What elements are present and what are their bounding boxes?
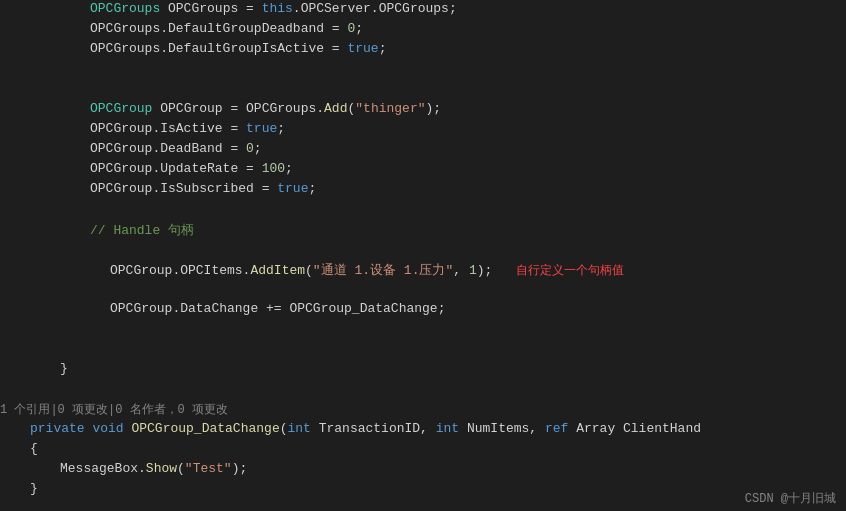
code-line: [0, 280, 846, 300]
line-content: OPCGroup.OPCItems.AddItem("通道 1.设备 1.压力"…: [0, 261, 624, 279]
line-content: }: [0, 481, 38, 496]
code-line: OPCGroup OPCGroup = OPCGroups.Add("thing…: [0, 100, 846, 120]
code-line: }: [0, 480, 846, 500]
annotation-text: 自行定义一个句柄值: [492, 264, 624, 278]
line-content: OPCGroup OPCGroup = OPCGroups.Add("thing…: [0, 101, 441, 116]
line-content: OPCGroups OPCGroups = this.OPCServer.OPC…: [0, 1, 457, 16]
line-content: // Handle 句柄: [0, 221, 194, 239]
line-content: OPCGroup.DeadBand = 0;: [0, 141, 262, 156]
code-line: OPCGroups.DefaultGroupIsActive = true;: [0, 40, 846, 60]
code-line: [0, 380, 846, 400]
code-line: }: [0, 360, 846, 380]
line-content: private void OPCGroup_DataChange(int Tra…: [0, 421, 701, 436]
code-line: [0, 340, 846, 360]
line-content: OPCGroups.DefaultGroupIsActive = true;: [0, 41, 386, 56]
code-line: OPCGroups.DefaultGroupDeadband = 0;: [0, 20, 846, 40]
code-line: OPCGroup.IsSubscribed = true;: [0, 180, 846, 200]
code-line: [0, 60, 846, 80]
line-content: MessageBox.Show("Test");: [0, 461, 247, 476]
code-line: OPCGroup.OPCItems.AddItem("通道 1.设备 1.压力"…: [0, 260, 846, 280]
line-content: }: [0, 361, 68, 376]
code-line: OPCGroup.IsActive = true;: [0, 120, 846, 140]
line-content: OPCGroup.IsSubscribed = true;: [0, 181, 316, 196]
code-line: OPCGroup.DataChange += OPCGroup_DataChan…: [0, 300, 846, 320]
code-line: [0, 80, 846, 100]
code-line: OPCGroup.UpdateRate = 100;: [0, 160, 846, 180]
watermark: CSDN @十月旧城: [735, 486, 846, 511]
code-line: MessageBox.Show("Test");: [0, 460, 846, 480]
code-line: // Handle 句柄: [0, 220, 846, 240]
line-content: OPCGroups.DefaultGroupDeadband = 0;: [0, 21, 363, 36]
ref-info: 1 个引用|0 项更改|0 名作者，0 项更改: [0, 401, 228, 418]
code-line: [0, 320, 846, 340]
code-line: 1 个引用|0 项更改|0 名作者，0 项更改: [0, 400, 846, 420]
code-line: [0, 200, 846, 220]
line-content: OPCGroup.DataChange += OPCGroup_DataChan…: [0, 301, 445, 316]
line-content: {: [0, 441, 38, 456]
code-editor: OPCGroups OPCGroups = this.OPCServer.OPC…: [0, 0, 846, 511]
code-line: OPCGroups OPCGroups = this.OPCServer.OPC…: [0, 0, 846, 20]
code-line: {: [0, 440, 846, 460]
code-line: OPCGroup.DeadBand = 0;: [0, 140, 846, 160]
line-content: OPCGroup.IsActive = true;: [0, 121, 285, 136]
line-content: OPCGroup.UpdateRate = 100;: [0, 161, 293, 176]
code-line: private void OPCGroup_DataChange(int Tra…: [0, 420, 846, 440]
code-line: [0, 240, 846, 260]
